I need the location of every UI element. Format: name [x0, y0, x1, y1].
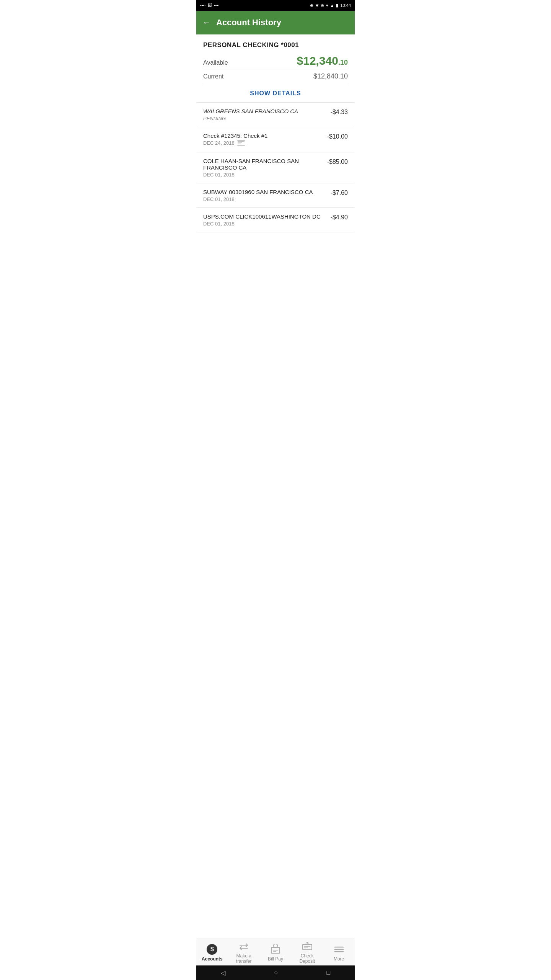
- nav-label-checkdeposit: Check Deposit: [293, 953, 321, 964]
- transaction-item[interactable]: WALGREENS SAN FRANCISCO CA PENDING -$4.3…: [196, 103, 355, 127]
- dollar-circle-icon: $: [207, 944, 217, 955]
- nav-item-accounts[interactable]: $ Accounts: [196, 938, 228, 965]
- dnd-icon: ⊖: [321, 3, 324, 8]
- status-bar: •••· 🖼 •••· ⊕ ✱ ⊖ ▾ ▲ ▮ 10:44: [196, 0, 355, 11]
- transaction-amount: -$4.90: [331, 214, 348, 221]
- sync-icon: ⊕: [310, 3, 313, 8]
- account-summary: PERSONAL CHECKING *0001 Available $12,34…: [196, 34, 355, 83]
- bottom-nav: $ Accounts Make a transfer Bill Pay: [196, 938, 355, 965]
- more-icon: [334, 946, 344, 953]
- transaction-info: COLE HAAN-SAN FRANCISCO SAN FRANCISCO CA…: [203, 158, 323, 178]
- transaction-amount: -$7.60: [331, 189, 348, 196]
- nav-label-transfer: Make a transfer: [230, 953, 258, 964]
- app-header: ← Account History: [196, 11, 355, 34]
- nav-item-billpay[interactable]: Bill Pay: [260, 938, 292, 965]
- nav-label-accounts: Accounts: [202, 956, 223, 962]
- transaction-amount: -$4.33: [331, 109, 348, 116]
- billpay-icon: [270, 944, 281, 955]
- android-home-button[interactable]: ○: [274, 969, 278, 976]
- transaction-amount: -$85.00: [327, 158, 348, 165]
- check-icon: [237, 140, 245, 147]
- checkdeposit-icon: [302, 941, 313, 952]
- transaction-name: WALGREENS SAN FRANCISCO CA: [203, 108, 327, 114]
- billpay-icon: [270, 944, 281, 954]
- clock: 10:44: [340, 3, 351, 8]
- transaction-list: WALGREENS SAN FRANCISCO CA PENDING -$4.3…: [196, 103, 355, 232]
- transaction-amount: -$10.00: [327, 133, 348, 140]
- transaction-status: PENDING: [203, 116, 327, 121]
- transaction-info: Check #12345: Check #1 DEC 24, 2018: [203, 132, 323, 147]
- accounts-dollar-icon: $: [207, 944, 217, 955]
- show-details-button[interactable]: SHOW DETAILS: [196, 85, 355, 103]
- current-amount: $12,840.10: [313, 72, 348, 80]
- transaction-item[interactable]: Check #12345: Check #1 DEC 24, 2018 -$10…: [196, 127, 355, 152]
- android-nav: ◁ ○ □: [196, 965, 355, 980]
- transaction-info: USPS.COM CLICK100611WASHINGTON DC DEC 01…: [203, 213, 327, 227]
- signal-dots: •••·: [200, 3, 206, 8]
- transaction-item[interactable]: SUBWAY 00301960 SAN FRANCISCO CA DEC 01,…: [196, 183, 355, 208]
- transaction-date: DEC 01, 2018: [203, 221, 327, 227]
- signal-dots2: •••·: [214, 3, 220, 8]
- svg-rect-7: [303, 944, 312, 950]
- page-title: Account History: [216, 18, 281, 28]
- available-amount: $12,340.10: [297, 54, 348, 67]
- android-recent-button[interactable]: □: [327, 969, 331, 976]
- status-right: ⊕ ✱ ⊖ ▾ ▲ ▮ 10:44: [310, 3, 351, 8]
- current-label: Current: [203, 73, 223, 80]
- wifi-icon: ▾: [326, 3, 328, 8]
- transaction-name: SUBWAY 00301960 SAN FRANCISCO CA: [203, 189, 327, 195]
- transaction-info: SUBWAY 00301960 SAN FRANCISCO CA DEC 01,…: [203, 189, 327, 202]
- transaction-date: DEC 24, 2018: [203, 140, 323, 147]
- nav-item-checkdeposit[interactable]: Check Deposit: [291, 938, 323, 965]
- bluetooth-icon: ✱: [315, 3, 319, 8]
- current-balance-row: Current $12,840.10: [203, 72, 348, 83]
- available-balance-row: Available $12,340.10: [203, 54, 348, 70]
- transaction-item[interactable]: COLE HAAN-SAN FRANCISCO SAN FRANCISCO CA…: [196, 152, 355, 183]
- signal-icon: ▲: [330, 3, 334, 8]
- checkdeposit-icon: [302, 942, 313, 951]
- account-name: PERSONAL CHECKING *0001: [203, 41, 348, 49]
- nav-label-billpay: Bill Pay: [268, 956, 283, 962]
- transfer-icon: [238, 942, 249, 951]
- android-back-button[interactable]: ◁: [221, 969, 225, 977]
- transaction-name: USPS.COM CLICK100611WASHINGTON DC: [203, 213, 327, 220]
- more-icon: [334, 944, 344, 955]
- nav-label-more: More: [334, 956, 344, 962]
- transaction-info: WALGREENS SAN FRANCISCO CA PENDING: [203, 108, 327, 121]
- available-label: Available: [203, 59, 228, 66]
- battery-icon: ▮: [336, 3, 338, 8]
- transaction-name: Check #12345: Check #1: [203, 132, 323, 139]
- transfer-icon: [238, 941, 249, 952]
- image-icon: 🖼: [208, 3, 212, 8]
- nav-item-more[interactable]: More: [323, 938, 355, 965]
- status-left: •••· 🖼 •••·: [200, 3, 219, 8]
- transaction-name: COLE HAAN-SAN FRANCISCO SAN FRANCISCO CA: [203, 158, 323, 171]
- transaction-date: DEC 01, 2018: [203, 172, 323, 178]
- back-button[interactable]: ←: [202, 18, 211, 28]
- nav-item-transfer[interactable]: Make a transfer: [228, 938, 260, 965]
- transaction-item[interactable]: USPS.COM CLICK100611WASHINGTON DC DEC 01…: [196, 208, 355, 232]
- transaction-date: DEC 01, 2018: [203, 196, 327, 202]
